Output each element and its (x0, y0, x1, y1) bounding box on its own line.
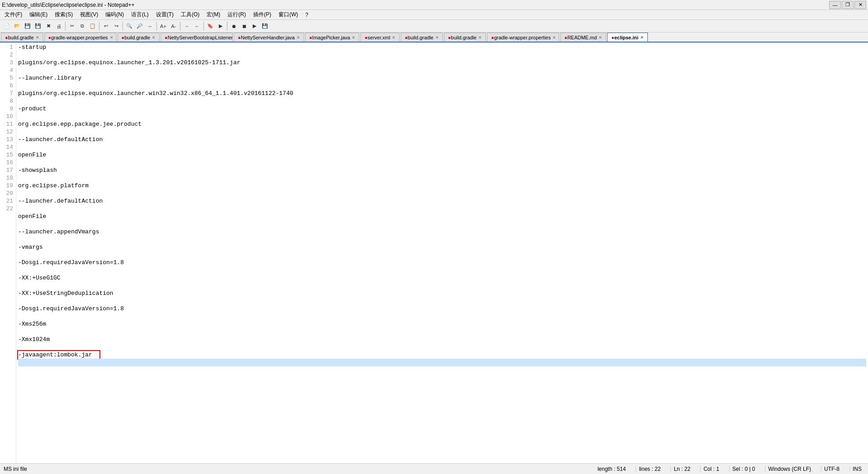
status-lines: lines : 22 (636, 466, 663, 472)
title-controls: — ❐ ✕ (829, 1, 866, 9)
line-number-4: 4 (2, 66, 13, 74)
tab-8[interactable]: ● build.gradle✕ (444, 33, 486, 42)
tab-4[interactable]: ● NettyServerHandler.java✕ (234, 33, 304, 42)
save-toolbar-button[interactable]: 💾 (23, 21, 33, 31)
tab-1[interactable]: ● gradle-wrapper.properties✕ (44, 33, 117, 42)
line-number-9: 9 (2, 105, 13, 113)
undo-toolbar-button[interactable]: ↩ (101, 21, 111, 31)
line-number-5: 5 (2, 74, 13, 82)
line-number-15: 15 (2, 151, 13, 159)
line-number-13: 13 (2, 136, 13, 143)
find-toolbar-button[interactable]: 🔍 (124, 21, 134, 31)
line-number-12: 12 (2, 128, 13, 136)
indent-toolbar-button[interactable]: → (182, 21, 192, 31)
menu-item-e[interactable]: 编辑(E) (26, 10, 51, 19)
find-replace-toolbar-button[interactable]: ↔ (145, 21, 155, 31)
new-toolbar-button[interactable]: 📄 (2, 21, 12, 31)
editor-line-15: -Dosgi.requiredJavaVersion=1.8 (18, 259, 866, 266)
tab-9[interactable]: ● gradle-wrapper.properties✕ (487, 33, 559, 42)
editor-line-7: --launcher.defaultAction (18, 136, 866, 143)
line-number-16: 16 (2, 159, 13, 166)
status-length: length : 514 (595, 466, 629, 472)
editor-line-13: --launcher.appendVmargs (18, 228, 866, 236)
window-title: E:\develop_utils\Eclipse\eclipse\eclipse… (2, 2, 135, 8)
paste-toolbar-button[interactable]: 📋 (88, 21, 98, 31)
editor-line-2: plugins/org.eclipse.equinox.launcher_1.3… (18, 59, 866, 66)
line-number-18: 18 (2, 174, 13, 182)
redo-toolbar-button[interactable]: ↪ (111, 21, 121, 31)
line-number-17: 17 (2, 166, 13, 174)
zoom-out-toolbar-button[interactable]: A- (169, 21, 179, 31)
tab-0[interactable]: ● build.gradle✕ (1, 33, 43, 42)
macro-stop-toolbar-button[interactable]: ⏹ (239, 21, 249, 31)
menu-item-t[interactable]: 设置(T) (152, 10, 177, 19)
status-sel: Sel : 0 | 0 (729, 466, 758, 472)
editor-line-6: org.eclipse.epp.package.jee.product (18, 120, 866, 128)
editor-line-19: -Xms256m (18, 320, 866, 328)
close-toolbar-button[interactable]: ✖ (43, 21, 53, 31)
editor-line-14: -vmargs (18, 243, 866, 251)
editor-content[interactable]: -startup plugins/org.eclipse.equinox.lau… (16, 43, 868, 463)
bookmark-toolbar-button[interactable]: 🔖 (205, 21, 215, 31)
status-right: length : 514 lines : 22 Ln : 22 Col : 1 … (595, 466, 864, 472)
line-number-21: 21 (2, 197, 13, 205)
run-toolbar-button[interactable]: ▶ (216, 21, 226, 31)
unindent-toolbar-button[interactable]: ← (192, 21, 202, 31)
editor-line-16: -XX:+UseG1GC (18, 274, 866, 282)
print-toolbar-button[interactable]: 🖨 (54, 21, 64, 31)
menu-item-o[interactable]: 工具(O) (177, 10, 203, 19)
toolbar-separator (180, 22, 180, 31)
minimize-button[interactable]: — (829, 1, 841, 9)
macro-record-toolbar-button[interactable]: ⏺ (229, 21, 239, 31)
tab-2[interactable]: ● build.gradle✕ (118, 33, 160, 42)
status-bar: MS ini file length : 514 lines : 22 Ln :… (0, 463, 868, 474)
tab-11[interactable]: ● eclipse.ini✕ (607, 33, 648, 42)
status-filetype: MS ini file (4, 466, 27, 472)
menu-item-n[interactable]: 编码(N) (102, 10, 127, 19)
menu-item-s[interactable]: 搜索(S) (51, 10, 76, 19)
toolbar-separator (99, 22, 99, 31)
status-col: Col : 1 (700, 466, 722, 472)
copy-toolbar-button[interactable]: ⧉ (77, 21, 87, 31)
editor-line-10: org.eclipse.platform (18, 182, 866, 190)
macro-save-toolbar-button[interactable]: 💾 (260, 21, 270, 31)
menu-item-p[interactable]: 插件(P) (250, 10, 275, 19)
tab-5[interactable]: ● ImagePicker.java✕ (305, 33, 359, 42)
tab-10[interactable]: ● README.md✕ (560, 33, 606, 42)
line-number-2: 2 (2, 51, 13, 59)
macro-play-toolbar-button[interactable]: ▶ (250, 21, 259, 31)
close-button[interactable]: ✕ (854, 1, 866, 9)
toolbar-separator (65, 22, 66, 31)
tab-3[interactable]: ● NettyServerBootstrapListener.java✕ (160, 33, 233, 42)
menu-item-m[interactable]: 宏(M) (203, 10, 224, 19)
menu-item-l[interactable]: 语言(L) (127, 10, 152, 19)
toolbar-separator (123, 22, 123, 31)
editor-line-8: openFile (18, 151, 866, 159)
tab-7[interactable]: ● build.gradle✕ (401, 33, 443, 42)
tab-6[interactable]: ● server.xml✕ (360, 33, 400, 42)
line-number-20: 20 (2, 190, 13, 197)
line-number-10: 10 (2, 113, 13, 120)
editor-line-3: --launcher.library (18, 74, 866, 82)
menu-item-f[interactable]: 文件(F) (1, 10, 26, 19)
toolbar-separator (227, 22, 227, 31)
title-bar: E:\develop_utils\Eclipse\eclipse\eclipse… (0, 0, 868, 10)
menu-item-[interactable]: ? (302, 11, 312, 19)
editor-line-4: plugins/org.eclipse.equinox.launcher.win… (18, 90, 866, 97)
line-number-19: 19 (2, 182, 13, 190)
open-toolbar-button[interactable]: 📂 (12, 21, 22, 31)
restore-button[interactable]: ❐ (842, 1, 854, 9)
menu-item-r[interactable]: 运行(R) (224, 10, 250, 19)
status-encoding: UTF-8 (821, 466, 842, 472)
line-number-6: 6 (2, 82, 13, 90)
find-next-toolbar-button[interactable]: 🔎 (135, 21, 145, 31)
editor-line-21: -javaagent:lombok.jar (18, 351, 99, 359)
status-line-ending: Windows (CR LF) (765, 466, 814, 472)
cut-toolbar-button[interactable]: ✂ (67, 21, 77, 31)
line-number-1: 1 (2, 43, 13, 51)
line-number-3: 3 (2, 59, 13, 66)
menu-item-w[interactable]: 窗口(W) (275, 10, 302, 19)
zoom-in-toolbar-button[interactable]: A+ (158, 21, 168, 31)
save-all-toolbar-button[interactable]: 💾 (33, 21, 43, 31)
menu-item-v[interactable]: 视图(V) (76, 10, 102, 19)
